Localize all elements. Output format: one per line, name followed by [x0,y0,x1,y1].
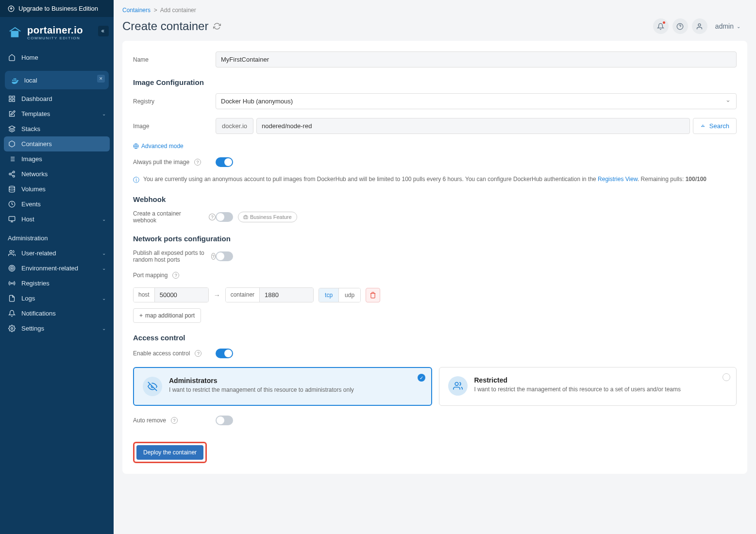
access-restricted-desc: I want to restrict the management of thi… [474,386,681,393]
host-port-input[interactable] [155,288,208,302]
nav-label: Images [21,155,42,163]
add-port-button[interactable]: + map additional port [133,308,201,323]
svg-rect-7 [12,100,14,101]
access-control-toggle[interactable] [216,349,233,358]
chevron-down-icon: ⌄ [102,296,106,301]
nav-label: Registries [21,280,50,287]
container-port-input[interactable] [260,288,313,302]
help-icon[interactable]: ? [209,214,216,220]
publish-ports-label: Publish all exposed ports to random host… [133,250,206,263]
environment-badge[interactable]: local ✕ [5,71,109,89]
docker-small-icon [700,123,707,130]
udp-button[interactable]: udp [338,288,360,302]
business-feature-badge: Business Feature [238,212,297,222]
grid-icon [8,95,16,102]
collapse-sidebar-button[interactable] [98,26,109,36]
server-icon [8,216,16,223]
nav-containers[interactable]: Containers [4,136,110,151]
nav-events[interactable]: Events [0,197,114,212]
svg-rect-23 [9,217,15,221]
name-input[interactable] [216,51,737,67]
notification-dot-icon [663,21,665,24]
chevron-down-icon: ⌄ [737,24,740,29]
help-icon[interactable]: ? [211,253,216,260]
pull-info: ⓘ You are currently using an anonymous a… [133,176,737,184]
auto-remove-label: Auto remove [133,417,166,424]
auto-remove-toggle[interactable] [216,416,233,425]
nav-settings[interactable]: Settings ⌄ [0,321,114,336]
nav-user-related[interactable]: User-related ⌄ [0,246,114,261]
nav-logs[interactable]: Logs ⌄ [0,291,114,306]
page-title: Create container [122,19,221,33]
search-image-button[interactable]: Search [693,118,737,134]
breadcrumb-current: Add container [160,7,196,14]
svg-rect-8 [9,100,11,101]
nav-label: Templates [21,110,50,117]
user-avatar-button[interactable] [692,18,707,34]
delete-port-button[interactable] [366,288,380,302]
sidebar: Upgrade to Business Edition portainer.io… [0,0,114,534]
nav-label: Notifications [21,310,56,317]
registry-select[interactable]: Docker Hub (anonymous) [216,93,737,109]
nav-dashboard[interactable]: Dashboard [0,91,114,106]
user-menu[interactable]: admin ⌄ [711,20,744,32]
database-icon [8,185,16,193]
nav-home[interactable]: Home [0,50,114,65]
breadcrumb-parent-link[interactable]: Containers [122,7,151,14]
list-icon [8,155,16,163]
nav-label: Home [21,54,38,61]
nav-networks[interactable]: Networks [0,167,114,182]
nav-host[interactable]: Host ⌄ [0,212,114,227]
image-input[interactable] [256,118,690,134]
protocol-selector: tcp udp [319,288,361,302]
upgrade-banner[interactable]: Upgrade to Business Edition [0,0,114,17]
svg-rect-3 [14,32,16,37]
nav-label: Containers [21,140,52,148]
environment-name: local [24,77,37,84]
eye-off-icon [143,377,162,396]
always-pull-toggle[interactable] [216,157,233,167]
svg-point-26 [10,250,12,253]
publish-ports-toggle[interactable] [216,251,233,261]
deploy-highlight: Deploy the container [133,442,207,463]
close-environment-button[interactable]: ✕ [97,75,105,83]
bell-icon [8,310,16,317]
nav-templates[interactable]: Templates ⌄ [0,106,114,121]
svg-rect-2 [12,32,14,37]
upgrade-label: Upgrade to Business Edition [18,5,98,12]
nav-stacks[interactable]: Stacks [0,121,114,136]
nav-registries[interactable]: Registries [0,276,114,291]
svg-rect-37 [244,216,248,219]
help-icon[interactable]: ? [194,159,201,166]
enable-access-label: Enable access control [133,350,190,357]
nav-images[interactable]: Images [0,151,114,167]
chevron-down-icon: ⌄ [102,217,106,222]
notifications-button[interactable] [653,18,669,34]
advanced-mode-link[interactable]: Advanced mode [133,143,184,150]
nav-volumes[interactable]: Volumes [0,182,114,197]
admin-section-header: Administration [0,227,114,246]
access-card-restricted[interactable]: Restricted I want to restrict the manage… [439,367,737,406]
webhook-toggle[interactable] [216,212,233,222]
nav-notifications[interactable]: Notifications [0,306,114,321]
nav-label: Environment-related [21,265,78,272]
help-button[interactable] [672,18,688,34]
registry-label: Registry [133,98,216,105]
help-icon[interactable]: ? [195,350,202,357]
logo: portainer.io COMMUNITY EDITION [0,17,114,48]
port-mapping-label: Port mapping [133,272,168,279]
share-icon [8,170,16,178]
svg-rect-5 [9,96,11,98]
help-icon[interactable]: ? [172,272,179,279]
svg-point-28 [10,267,14,270]
registries-view-link[interactable]: Registries View [598,176,638,183]
deploy-button[interactable]: Deploy the container [136,445,203,460]
help-icon[interactable]: ? [171,417,178,424]
portainer-logo-icon [8,25,22,40]
svg-point-39 [455,383,458,386]
access-card-administrators[interactable]: Administrators I want to restrict the ma… [133,367,432,406]
refresh-button[interactable] [213,22,221,30]
nav-environment-related[interactable]: Environment-related ⌄ [0,261,114,276]
users-icon [8,250,16,257]
tcp-button[interactable]: tcp [319,288,338,302]
